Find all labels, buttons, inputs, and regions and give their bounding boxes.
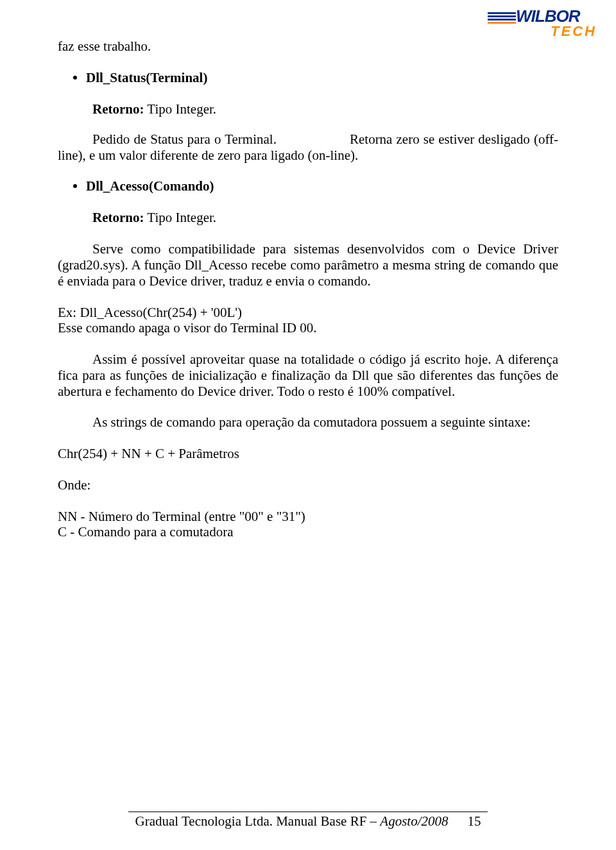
- return-label: Retorno:: [92, 210, 144, 225]
- svg-rect-0: [488, 12, 516, 14]
- item-description: Pedido de Status para o Terminal. Retorn…: [58, 132, 558, 164]
- return-label: Retorno:: [92, 101, 144, 117]
- svg-rect-3: [488, 22, 516, 24]
- intro-paragraph: faz esse trabalho.: [58, 38, 558, 55]
- brand-logo: WILBOR TECH: [488, 8, 597, 46]
- onde-nn: NN - Número do Terminal (entre "00" e "3…: [58, 509, 558, 525]
- bullet-icon: [73, 76, 77, 80]
- svg-rect-1: [488, 15, 516, 17]
- example-line-1: Ex: Dll_Acesso(Chr(254) + '00L'): [58, 305, 558, 321]
- item-title: Dll_Acesso(Comando): [86, 178, 214, 194]
- return-value: Tipo Integer.: [144, 210, 216, 225]
- paragraph-sintaxe: As strings de comando para operação da c…: [58, 414, 558, 430]
- paragraph-assim: Assim é possível aproveitar quase na tot…: [58, 352, 558, 399]
- logo-stripes-icon: [488, 11, 516, 26]
- onde-c: C - Comando para a comutadora: [58, 524, 558, 540]
- list-item: Dll_Status(Terminal): [73, 70, 558, 86]
- return-line: Retorno: Tipo Integer.: [92, 101, 558, 117]
- logo-sub-text: TECH: [488, 25, 597, 38]
- footer-date: Agosto/2008: [380, 813, 448, 829]
- return-value: Tipo Integer.: [144, 101, 216, 117]
- syntax-line: Chr(254) + NN + C + Parâmetros: [58, 446, 558, 462]
- item-description: Serve como compatibilidade para sistemas…: [58, 241, 558, 289]
- svg-rect-2: [488, 19, 516, 21]
- footer-text: Gradual Tecnologia Ltda. Manual Base RF …: [135, 813, 380, 829]
- footer-rule: [128, 812, 488, 812]
- list-item: Dll_Acesso(Comando): [73, 178, 558, 194]
- return-line: Retorno: Tipo Integer.: [92, 210, 558, 226]
- item-title: Dll_Status(Terminal): [86, 70, 207, 85]
- page-number: 15: [468, 813, 481, 829]
- page-footer: Gradual Tecnologia Ltda. Manual Base RF …: [0, 812, 616, 829]
- example-line-2: Esse comando apaga o visor do Terminal I…: [58, 320, 558, 336]
- onde-label: Onde:: [58, 477, 558, 493]
- bullet-icon: [73, 184, 77, 188]
- page-content: faz esse trabalho. Dll_Status(Terminal) …: [0, 0, 616, 540]
